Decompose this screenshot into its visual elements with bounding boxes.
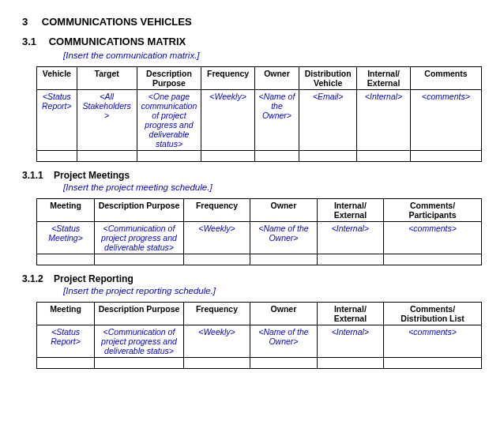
cell: <Internal>: [317, 222, 383, 254]
col-header: Meeting: [37, 199, 95, 222]
col-header: Frequency: [201, 67, 255, 90]
table-row: <Status Meeting> <Communication of proje…: [37, 222, 482, 254]
col-header: Comments/ Distribution List: [384, 303, 482, 325]
instruction-text: [Insert the project reporting schedule.]: [63, 286, 482, 295]
instruction-text: [Insert the communication matrix.]: [63, 51, 482, 60]
cell: <One page communication of project progr…: [137, 90, 201, 151]
cell: <comments>: [384, 222, 482, 254]
heading-text: Project Reporting: [54, 273, 134, 284]
heading-text: COMMUNICATIONS MATRIX: [49, 36, 186, 47]
cell: <Name of the Owner>: [250, 222, 317, 254]
heading-text: COMMUNICATIONS VEHICLES: [42, 16, 192, 28]
heading-text: Project Meetings: [54, 170, 130, 181]
col-header: Owner: [254, 67, 299, 90]
table-header-row: Meeting Description Purpose Frequency Ow…: [37, 199, 482, 222]
col-header: Meeting: [37, 303, 95, 325]
col-header: Description Purpose: [95, 199, 184, 222]
section-heading-3: 3 COMMUNICATIONS VEHICLES: [22, 16, 482, 28]
col-header: Internal/ External: [357, 67, 411, 90]
table-row: <Status Report> <Communication of projec…: [37, 325, 482, 358]
heading-number: 3: [22, 16, 28, 28]
col-header: Description Purpose: [95, 303, 184, 325]
col-header: Frequency: [183, 303, 250, 325]
col-header: Owner: [250, 199, 317, 222]
col-header: Owner: [250, 303, 317, 325]
cell: <Communication of project progress and d…: [95, 325, 184, 358]
table-row-empty: [37, 254, 482, 265]
table-row-empty: [37, 358, 482, 369]
col-header: Description Purpose: [137, 67, 201, 90]
cell: <Name of the Owner>: [250, 325, 317, 358]
cell: <Internal>: [357, 90, 411, 151]
cell: <All Stakeholders>: [77, 90, 137, 151]
col-header: Internal/ External: [317, 303, 383, 325]
col-header: Frequency: [183, 199, 250, 222]
table-row-empty: [37, 151, 482, 162]
cell: <Status Report>: [37, 90, 77, 151]
section-heading-3-1: 3.1 COMMUNICATIONS MATRIX: [22, 36, 482, 47]
cell: <Weekly>: [183, 222, 250, 254]
cell: <Communication of project progress and d…: [95, 222, 184, 254]
section-heading-3-1-2: 3.1.2 Project Reporting: [22, 273, 482, 284]
col-header: Comments/ Participants: [384, 199, 482, 222]
section-heading-3-1-1: 3.1.1 Project Meetings: [22, 170, 482, 181]
cell: <Weekly>: [201, 90, 255, 151]
cell: <comments>: [410, 90, 481, 151]
table-header-row: Vehicle Target Description Purpose Frequ…: [37, 67, 482, 90]
communications-matrix-table: Vehicle Target Description Purpose Frequ…: [36, 66, 482, 162]
col-header: Internal/ External: [317, 199, 383, 222]
project-reporting-table: Meeting Description Purpose Frequency Ow…: [36, 302, 482, 369]
cell: <Status Meeting>: [37, 222, 95, 254]
heading-number: 3.1: [22, 36, 36, 47]
table-row: <Status Report> <All Stakeholders> <One …: [37, 90, 482, 151]
table-header-row: Meeting Description Purpose Frequency Ow…: [37, 303, 482, 325]
cell: <comments>: [384, 325, 482, 358]
instruction-text: [Insert the project meeting schedule.]: [63, 182, 482, 192]
heading-number: 3.1.1: [22, 170, 43, 181]
col-header: Comments: [410, 67, 481, 90]
heading-number: 3.1.2: [22, 273, 43, 284]
project-meetings-table: Meeting Description Purpose Frequency Ow…: [36, 198, 482, 265]
cell: <Status Report>: [37, 325, 95, 358]
cell: <Name of the Owner>: [254, 90, 299, 151]
cell: <Internal>: [317, 325, 383, 358]
cell: <Email>: [299, 90, 357, 151]
col-header: Vehicle: [37, 67, 77, 90]
col-header: Target: [77, 67, 137, 90]
cell: <Weekly>: [183, 325, 250, 358]
col-header: Distribution Vehicle: [299, 67, 357, 90]
